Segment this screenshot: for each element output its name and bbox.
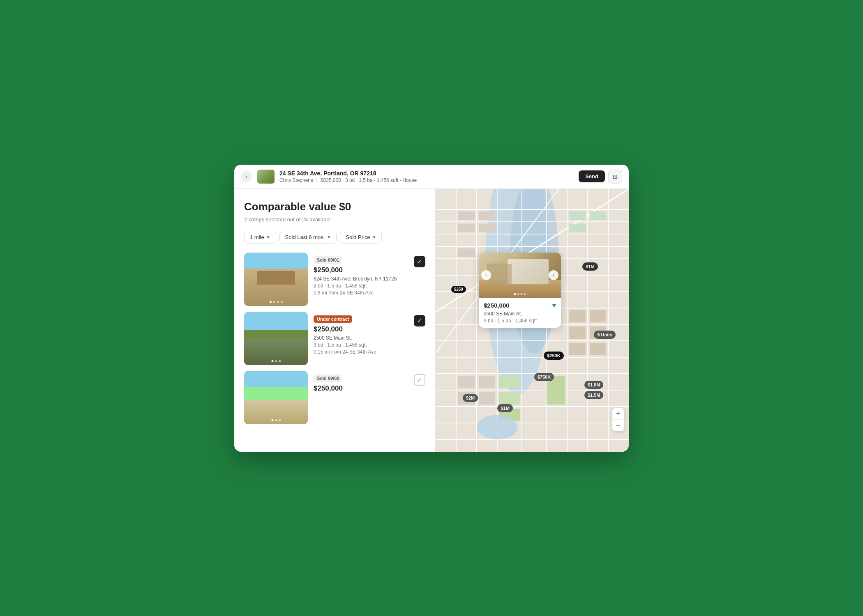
svg-rect-38	[590, 310, 606, 322]
comps-subtitle: 2 comps selected out of 24 available	[244, 216, 425, 223]
svg-rect-31	[458, 248, 475, 257]
dot	[514, 293, 516, 295]
dot	[281, 301, 283, 303]
map-price-marker[interactable]: $250	[451, 286, 466, 293]
header-agent: Chris Stephens	[279, 177, 313, 183]
svg-rect-39	[569, 326, 586, 339]
svg-rect-30	[458, 224, 475, 232]
dot	[275, 419, 277, 421]
svg-rect-35	[569, 224, 586, 232]
svg-rect-33	[479, 224, 495, 232]
property-address: 624 SE 34th Ave, Brooklyn, NY 11728	[314, 276, 411, 282]
svg-rect-43	[458, 376, 475, 388]
svg-rect-46	[479, 392, 495, 405]
map-price-marker[interactable]: $250K	[544, 352, 563, 360]
zoom-out-button[interactable]: −	[612, 420, 624, 431]
calendar-button[interactable]: ⊟	[608, 170, 622, 184]
property-info: Under contract $250,000 2500 SE Main St.…	[314, 312, 425, 365]
popup-address: 2500 SE Main St.	[484, 311, 556, 317]
map-price-marker[interactable]: $750K	[534, 373, 554, 381]
popup-property-image: ‹ ›	[479, 253, 561, 298]
comparable-title: Comparable value $0	[244, 200, 425, 213]
svg-point-51	[477, 415, 518, 439]
period-filter[interactable]: Sold Last 6 mos. ▼	[279, 231, 337, 244]
image-dots	[270, 301, 283, 303]
map-price-marker[interactable]: $1.5M	[584, 391, 604, 399]
header-address: 24 SE 34th Ave, Portland, OR 97218	[279, 170, 574, 177]
select-property-checkbox[interactable]: ✓	[414, 315, 425, 326]
svg-rect-48	[499, 392, 520, 405]
map-panel: $250 $1M $250K $750K $2M $1M $1.8M $1.5M…	[436, 189, 629, 452]
image-dots	[271, 360, 281, 362]
property-image	[244, 371, 308, 424]
header-details: Chris Stephens | $835,000 · 3 bd · 1.5 b…	[279, 177, 574, 183]
header-beds: 3 bd	[345, 177, 355, 183]
property-distance: 0.8 mi from 24 SE 34th Ave	[314, 290, 411, 296]
popup-specs: 3 bd · 1.5 ba · 1,456 sqft	[484, 318, 556, 324]
back-button[interactable]: ‹	[241, 171, 252, 182]
header-sqft: 1,456 sqft	[377, 177, 399, 183]
map-price-marker[interactable]: 5 Units	[594, 331, 616, 339]
calendar-icon: ⊟	[613, 173, 618, 180]
header-price: $835,000	[321, 177, 341, 183]
popup-image-dots	[514, 293, 526, 295]
dot	[277, 301, 279, 303]
dot	[279, 419, 281, 421]
dot	[521, 293, 523, 295]
header-baths: 1.5 ba	[359, 177, 372, 183]
property-price: $250,000	[314, 266, 411, 274]
select-property-checkbox[interactable]: ✓	[414, 374, 425, 386]
header-property-info: 24 SE 34th Ave, Portland, OR 97218 Chris…	[279, 170, 574, 183]
property-distance: 0.15 mi from 24 SE 34th Ave	[314, 349, 411, 355]
property-info: Sold 09/01 $250,000 624 SE 34th Ave, Bro…	[314, 253, 425, 306]
popup-price-row: $250,000 ♥	[484, 302, 556, 309]
chevron-down-icon: ▼	[266, 235, 270, 239]
sold-badge: Sold 09/02	[314, 375, 342, 382]
dot	[270, 301, 272, 303]
property-info: Sold 09/02 $250,000	[314, 371, 425, 424]
contract-badge: Under contract	[314, 315, 352, 323]
send-button[interactable]: Send	[579, 170, 605, 182]
favorite-icon[interactable]: ♥	[552, 302, 556, 309]
dot	[524, 293, 526, 295]
property-price: $250,000	[314, 325, 411, 333]
map-price-marker[interactable]: $2M	[463, 394, 478, 402]
chevron-left-icon: ‹	[246, 174, 247, 179]
popup-price: $250,000	[484, 302, 510, 309]
property-specs: 3 bd · 1.5 ba · 1,456 sqft	[314, 342, 411, 348]
dot	[517, 293, 519, 295]
zoom-in-button[interactable]: +	[612, 408, 624, 420]
left-panel: Comparable value $0 2 comps selected out…	[234, 189, 436, 452]
main-content: Comparable value $0 2 comps selected out…	[234, 189, 629, 452]
property-card: Under contract $250,000 2500 SE Main St.…	[244, 312, 425, 365]
svg-rect-45	[479, 376, 495, 388]
app-window: ‹ 24 SE 34th Ave, Portland, OR 97218 Chr…	[234, 165, 629, 452]
map-price-marker[interactable]: $1M	[497, 404, 512, 412]
sort-filter[interactable]: Sold Price ▼	[340, 231, 382, 244]
property-image	[244, 253, 308, 306]
property-thumbnail	[257, 170, 275, 184]
popup-prev-button[interactable]: ‹	[481, 270, 491, 280]
dot	[271, 419, 273, 421]
svg-rect-29	[458, 211, 475, 220]
map-price-marker[interactable]: $1M	[582, 262, 598, 271]
popup-next-button[interactable]: ›	[549, 270, 558, 280]
map-zoom-controls: + −	[612, 408, 624, 431]
sort-filter-label: Sold Price	[346, 234, 370, 240]
radius-filter[interactable]: 1 mile ▼	[244, 231, 276, 244]
svg-rect-36	[590, 211, 606, 220]
property-card: Sold 09/02 $250,000 ✓	[244, 371, 425, 424]
select-property-checkbox[interactable]: ✓	[414, 256, 425, 267]
dot	[271, 360, 273, 362]
popup-body: $250,000 ♥ 2500 SE Main St. 3 bd · 1.5 b…	[479, 298, 561, 328]
radius-filter-label: 1 mile	[250, 234, 264, 240]
property-price: $250,000	[314, 384, 411, 393]
dot	[275, 360, 277, 362]
map-price-marker[interactable]: $1.8M	[584, 381, 604, 389]
property-card: Sold 09/01 $250,000 624 SE 34th Ave, Bro…	[244, 253, 425, 306]
filters-row: 1 mile ▼ Sold Last 6 mos. ▼ Sold Price ▼	[244, 231, 425, 244]
svg-rect-47	[499, 376, 520, 388]
map-property-popup: ‹ › $250,000 ♥ 2500 SE Main St.	[479, 253, 561, 328]
header: ‹ 24 SE 34th Ave, Portland, OR 97218 Chr…	[234, 165, 629, 189]
property-image	[244, 312, 308, 365]
